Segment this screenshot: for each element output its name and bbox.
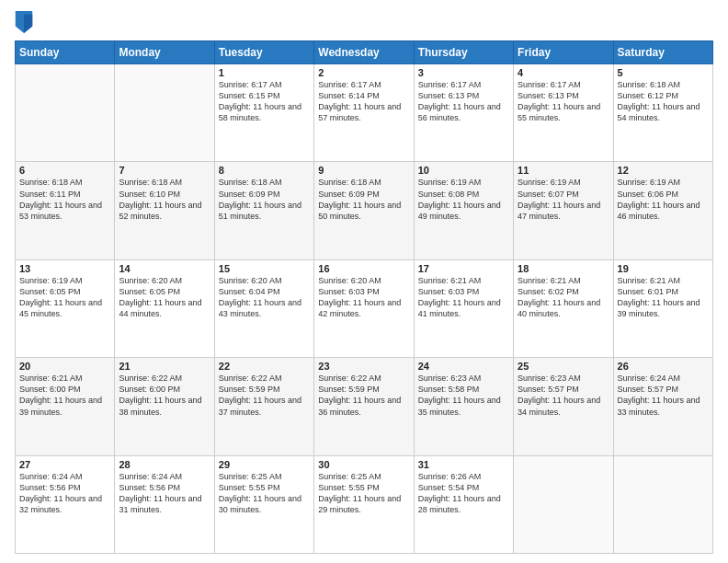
calendar-cell: 4Sunrise: 6:17 AM Sunset: 6:13 PM Daylig…: [514, 64, 613, 162]
calendar-week-row: 20Sunrise: 6:21 AM Sunset: 6:00 PM Dayli…: [16, 358, 713, 455]
day-info: Sunrise: 6:20 AM Sunset: 6:04 PM Dayligh…: [219, 275, 310, 320]
weekday-header: Monday: [115, 41, 214, 64]
day-number: 30: [318, 459, 409, 470]
calendar-cell: 3Sunrise: 6:17 AM Sunset: 6:13 PM Daylig…: [414, 64, 513, 162]
calendar-cell: 2Sunrise: 6:17 AM Sunset: 6:14 PM Daylig…: [314, 64, 414, 162]
day-number: 21: [119, 361, 210, 372]
day-info: Sunrise: 6:23 AM Sunset: 5:58 PM Dayligh…: [418, 373, 509, 418]
calendar-cell: 26Sunrise: 6:24 AM Sunset: 5:57 PM Dayli…: [613, 358, 712, 455]
day-number: 23: [318, 361, 409, 372]
day-number: 11: [518, 165, 609, 176]
logo: [15, 11, 37, 33]
calendar-cell: 17Sunrise: 6:21 AM Sunset: 6:03 PM Dayli…: [414, 259, 513, 357]
calendar-week-row: 1Sunrise: 6:17 AM Sunset: 6:15 PM Daylig…: [16, 64, 713, 162]
header: [15, 11, 713, 33]
day-info: Sunrise: 6:17 AM Sunset: 6:13 PM Dayligh…: [518, 79, 609, 124]
calendar-week-row: 13Sunrise: 6:19 AM Sunset: 6:05 PM Dayli…: [16, 259, 713, 357]
calendar-cell: 6Sunrise: 6:18 AM Sunset: 6:11 PM Daylig…: [16, 162, 115, 259]
calendar-cell: 15Sunrise: 6:20 AM Sunset: 6:04 PM Dayli…: [214, 259, 313, 357]
day-number: 7: [119, 165, 210, 176]
day-number: 16: [318, 263, 409, 274]
calendar-cell: 10Sunrise: 6:19 AM Sunset: 6:08 PM Dayli…: [414, 162, 513, 259]
day-info: Sunrise: 6:24 AM Sunset: 5:56 PM Dayligh…: [19, 471, 110, 516]
calendar-cell: [115, 64, 214, 162]
day-number: 28: [119, 459, 210, 470]
calendar-cell: 13Sunrise: 6:19 AM Sunset: 6:05 PM Dayli…: [16, 259, 115, 357]
weekday-header: Friday: [514, 41, 613, 64]
day-info: Sunrise: 6:17 AM Sunset: 6:13 PM Dayligh…: [418, 79, 509, 124]
calendar-cell: [514, 455, 613, 553]
day-info: Sunrise: 6:22 AM Sunset: 6:00 PM Dayligh…: [119, 373, 210, 418]
day-info: Sunrise: 6:23 AM Sunset: 5:57 PM Dayligh…: [518, 373, 609, 418]
calendar-cell: 29Sunrise: 6:25 AM Sunset: 5:55 PM Dayli…: [214, 455, 313, 553]
day-number: 19: [618, 263, 709, 274]
day-number: 13: [19, 263, 110, 274]
day-number: 8: [219, 165, 310, 176]
calendar-week-row: 6Sunrise: 6:18 AM Sunset: 6:11 PM Daylig…: [16, 162, 713, 259]
calendar-cell: 24Sunrise: 6:23 AM Sunset: 5:58 PM Dayli…: [414, 358, 513, 455]
day-number: 1: [219, 67, 310, 78]
day-number: 31: [418, 459, 509, 470]
day-number: 25: [518, 361, 609, 372]
day-number: 22: [219, 361, 310, 372]
calendar-cell: 11Sunrise: 6:19 AM Sunset: 6:07 PM Dayli…: [514, 162, 613, 259]
logo-icon: [15, 11, 33, 33]
day-info: Sunrise: 6:22 AM Sunset: 5:59 PM Dayligh…: [318, 373, 409, 418]
calendar-cell: 23Sunrise: 6:22 AM Sunset: 5:59 PM Dayli…: [314, 358, 414, 455]
calendar-cell: 31Sunrise: 6:26 AM Sunset: 5:54 PM Dayli…: [414, 455, 513, 553]
weekday-header: Sunday: [16, 41, 115, 64]
day-number: 6: [19, 165, 110, 176]
day-info: Sunrise: 6:25 AM Sunset: 5:55 PM Dayligh…: [219, 471, 310, 516]
day-info: Sunrise: 6:20 AM Sunset: 6:03 PM Dayligh…: [318, 275, 409, 320]
day-info: Sunrise: 6:17 AM Sunset: 6:14 PM Dayligh…: [318, 79, 409, 124]
day-number: 24: [418, 361, 509, 372]
day-info: Sunrise: 6:18 AM Sunset: 6:10 PM Dayligh…: [119, 177, 210, 222]
day-number: 4: [518, 67, 609, 78]
calendar-cell: 8Sunrise: 6:18 AM Sunset: 6:09 PM Daylig…: [214, 162, 313, 259]
day-number: 29: [219, 459, 310, 470]
calendar-cell: 27Sunrise: 6:24 AM Sunset: 5:56 PM Dayli…: [16, 455, 115, 553]
calendar-header: SundayMondayTuesdayWednesdayThursdayFrid…: [16, 41, 713, 64]
day-info: Sunrise: 6:17 AM Sunset: 6:15 PM Dayligh…: [219, 79, 310, 124]
day-info: Sunrise: 6:21 AM Sunset: 6:03 PM Dayligh…: [418, 275, 509, 320]
day-number: 15: [219, 263, 310, 274]
weekday-row: SundayMondayTuesdayWednesdayThursdayFrid…: [16, 41, 713, 64]
day-number: 14: [119, 263, 210, 274]
day-number: 10: [418, 165, 509, 176]
day-info: Sunrise: 6:20 AM Sunset: 6:05 PM Dayligh…: [119, 275, 210, 320]
weekday-header: Tuesday: [214, 41, 313, 64]
calendar-cell: 16Sunrise: 6:20 AM Sunset: 6:03 PM Dayli…: [314, 259, 414, 357]
weekday-header: Thursday: [414, 41, 513, 64]
day-number: 17: [418, 263, 509, 274]
day-info: Sunrise: 6:18 AM Sunset: 6:09 PM Dayligh…: [219, 177, 310, 222]
day-info: Sunrise: 6:19 AM Sunset: 6:06 PM Dayligh…: [618, 177, 709, 222]
weekday-header: Saturday: [613, 41, 712, 64]
calendar-cell: 28Sunrise: 6:24 AM Sunset: 5:56 PM Dayli…: [115, 455, 214, 553]
calendar-cell: 7Sunrise: 6:18 AM Sunset: 6:10 PM Daylig…: [115, 162, 214, 259]
calendar-cell: 9Sunrise: 6:18 AM Sunset: 6:09 PM Daylig…: [314, 162, 414, 259]
calendar-cell: 14Sunrise: 6:20 AM Sunset: 6:05 PM Dayli…: [115, 259, 214, 357]
day-number: 2: [318, 67, 409, 78]
day-info: Sunrise: 6:21 AM Sunset: 6:01 PM Dayligh…: [618, 275, 709, 320]
calendar-body: 1Sunrise: 6:17 AM Sunset: 6:15 PM Daylig…: [16, 64, 713, 554]
day-number: 26: [618, 361, 709, 372]
calendar-cell: 20Sunrise: 6:21 AM Sunset: 6:00 PM Dayli…: [16, 358, 115, 455]
day-number: 27: [19, 459, 110, 470]
day-info: Sunrise: 6:21 AM Sunset: 6:02 PM Dayligh…: [518, 275, 609, 320]
day-info: Sunrise: 6:21 AM Sunset: 6:00 PM Dayligh…: [19, 373, 110, 418]
day-info: Sunrise: 6:19 AM Sunset: 6:07 PM Dayligh…: [518, 177, 609, 222]
calendar-cell: 18Sunrise: 6:21 AM Sunset: 6:02 PM Dayli…: [514, 259, 613, 357]
day-info: Sunrise: 6:19 AM Sunset: 6:05 PM Dayligh…: [19, 275, 110, 320]
day-info: Sunrise: 6:18 AM Sunset: 6:09 PM Dayligh…: [318, 177, 409, 222]
weekday-header: Wednesday: [314, 41, 414, 64]
day-info: Sunrise: 6:24 AM Sunset: 5:57 PM Dayligh…: [618, 373, 709, 418]
calendar-week-row: 27Sunrise: 6:24 AM Sunset: 5:56 PM Dayli…: [16, 455, 713, 553]
day-info: Sunrise: 6:24 AM Sunset: 5:56 PM Dayligh…: [119, 471, 210, 516]
calendar-cell: [16, 64, 115, 162]
day-number: 20: [19, 361, 110, 372]
calendar-cell: 22Sunrise: 6:22 AM Sunset: 5:59 PM Dayli…: [214, 358, 313, 455]
svg-marker-1: [24, 15, 32, 33]
day-number: 5: [618, 67, 709, 78]
calendar-cell: 30Sunrise: 6:25 AM Sunset: 5:55 PM Dayli…: [314, 455, 414, 553]
day-info: Sunrise: 6:18 AM Sunset: 6:11 PM Dayligh…: [19, 177, 110, 222]
